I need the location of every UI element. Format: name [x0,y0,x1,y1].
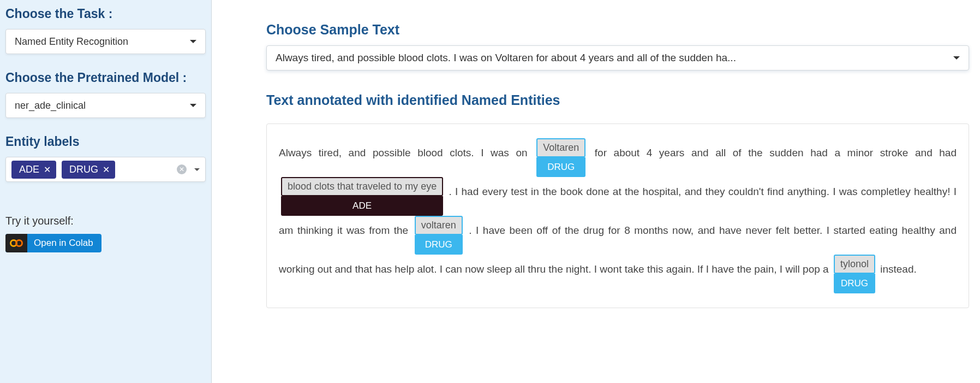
open-in-colab-button[interactable]: Open in Colab [5,234,101,252]
annotated-section: Text annotated with identified Named Ent… [266,92,969,308]
annotated-text-box: Always tired, and possible blood clots. … [266,123,969,308]
sample-text-value: Always tired, and possible blood clots. … [276,52,736,64]
entity-text: voltaren [415,216,463,235]
tag-ade[interactable]: ADE ✕ [11,161,56,179]
entity-label: DRUG [834,274,875,293]
entity-drug: voltarenDRUG [415,216,463,255]
close-icon[interactable]: ✕ [44,164,51,175]
sample-text-section: Choose Sample Text Always tired, and pos… [266,22,969,70]
model-select-value: ner_ade_clinical [15,100,86,111]
chevron-down-icon [190,104,196,107]
entity-labels-heading: Entity labels [5,134,206,149]
tag-ade-label: ADE [19,164,39,175]
sample-text-select[interactable]: Always tired, and possible blood clots. … [266,45,969,70]
colab-icon [5,234,27,252]
entity-labels-multiselect[interactable]: ADE ✕ DRUG ✕ ✕ [5,157,206,182]
clear-all-icon[interactable]: ✕ [177,164,187,174]
tag-drug[interactable]: DRUG ✕ [62,161,115,179]
sample-text-heading: Choose Sample Text [266,22,969,38]
task-label: Choose the Task : [5,7,206,21]
try-label: Try it yourself: [5,215,206,227]
entity-label: ADE [281,196,443,216]
model-label: Choose the Pretrained Model : [5,70,206,85]
colab-button-label: Open in Colab [27,238,100,249]
entity-text: blood clots that traveled to my eye [281,177,443,196]
model-select[interactable]: ner_ade_clinical [5,93,206,118]
model-section: Choose the Pretrained Model : ner_ade_cl… [5,70,206,118]
entity-text: tylonol [834,255,875,274]
chevron-down-icon [190,40,196,43]
entity-drug: tylonolDRUG [834,255,875,293]
entity-label: DRUG [415,235,463,255]
entity-text: Voltaren [536,138,585,157]
sidebar: Choose the Task : Named Entity Recogniti… [0,0,212,383]
chevron-down-icon[interactable] [194,168,200,171]
close-icon[interactable]: ✕ [103,164,110,175]
entity-labels-section: Entity labels ADE ✕ DRUG ✕ ✕ [5,134,206,182]
entity-drug: VoltarenDRUG [536,138,585,177]
tag-drug-label: DRUG [69,164,98,175]
main: Choose Sample Text Always tired, and pos… [212,0,980,383]
task-select-value: Named Entity Recognition [15,36,128,48]
entity-ade: blood clots that traveled to my eyeADE [281,177,443,216]
annotated-heading: Text annotated with identified Named Ent… [266,92,969,108]
try-section: Try it yourself: Open in Colab [5,198,206,252]
entity-label: DRUG [536,157,585,177]
chevron-down-icon [953,56,960,60]
task-section: Choose the Task : Named Entity Recogniti… [5,7,206,54]
task-select[interactable]: Named Entity Recognition [5,29,206,54]
